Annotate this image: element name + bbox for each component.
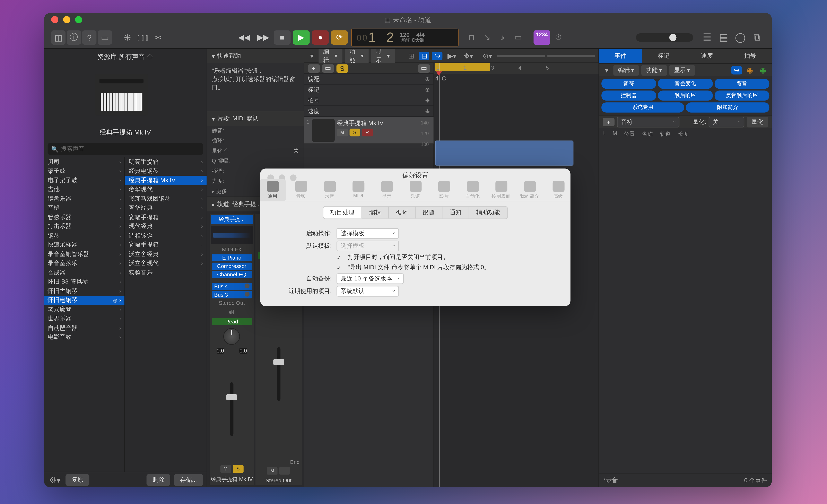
- ruler[interactable]: [434, 63, 598, 74]
- event-filter-chip[interactable]: 触后响应: [658, 91, 713, 101]
- event-filter-chip[interactable]: 控制器: [601, 91, 656, 101]
- list-item[interactable]: 沃立舍现代›: [125, 259, 206, 268]
- event-tab[interactable]: 事件: [599, 49, 642, 63]
- search-input[interactable]: 🔍搜索声音: [48, 143, 203, 155]
- pref-tab-icon[interactable]: 乐谱: [402, 179, 429, 201]
- pref-tab-icon[interactable]: 通用: [260, 179, 286, 201]
- play-button[interactable]: ▶: [293, 30, 309, 44]
- library-toggle-icon[interactable]: ◫: [51, 30, 65, 44]
- list-editors-icon[interactable]: ☰: [699, 31, 715, 43]
- list-item[interactable]: 调相铃铛›: [125, 231, 206, 240]
- notepad-icon[interactable]: ▤: [716, 31, 731, 43]
- pref-tab-icon[interactable]: 影片: [431, 179, 457, 201]
- zoom-h-slider[interactable]: [497, 54, 544, 57]
- inspector-row[interactable]: Q-摆幅:: [207, 156, 303, 166]
- ev-kind-select[interactable]: 音符: [617, 116, 679, 127]
- gear-icon[interactable]: ⚙▾: [48, 472, 62, 487]
- event-filter-chip[interactable]: 复音触后响应: [715, 91, 769, 101]
- midi-region[interactable]: [435, 141, 573, 166]
- region-header[interactable]: ▾ 片段: MIDI 默认: [207, 111, 303, 126]
- quick-help-header[interactable]: ▾ 快速帮助: [207, 49, 303, 63]
- track-header-1[interactable]: 1 经典手提箱 Mk IV MSR: [304, 117, 433, 144]
- list-item[interactable]: 架子鼓›: [44, 166, 125, 175]
- ev-link-icon[interactable]: ▾: [602, 66, 611, 74]
- list-item[interactable]: 怀旧 B3 管风琴›: [44, 277, 125, 286]
- list-item[interactable]: 打击乐器›: [44, 222, 125, 231]
- library-column-1[interactable]: 贝司›架子鼓›电子架子鼓›吉他›键盘乐器›音槌›管弦乐器›打击乐器›钢琴›快速采…: [44, 157, 125, 472]
- pref-subtab[interactable]: 编辑: [362, 207, 389, 218]
- list-item[interactable]: 宽幅手提箱›: [125, 240, 206, 250]
- checkbox-midi-format[interactable]: [337, 264, 343, 271]
- rewind-button[interactable]: ◀◀: [236, 30, 252, 44]
- global-track-row[interactable]: 标记⊕: [304, 85, 433, 95]
- event-tab[interactable]: 速度: [685, 49, 729, 63]
- ev-edit-menu[interactable]: 编辑 ▾: [613, 65, 639, 75]
- list-item[interactable]: 电子架子鼓›: [44, 175, 125, 185]
- pref-tab-icon[interactable]: 控制表面: [488, 179, 514, 201]
- ev-quant-select[interactable]: 关: [709, 116, 744, 127]
- zoom-icon[interactable]: [75, 16, 82, 23]
- global-track-row[interactable]: 速度⊕: [304, 106, 433, 117]
- catch-playhead-icon[interactable]: ↪: [432, 52, 443, 60]
- inspector-row[interactable]: 量化 ◇关: [207, 146, 303, 156]
- pref-subtab[interactable]: 跟随: [416, 207, 442, 218]
- backup-select[interactable]: 最近 10 个备选版本: [337, 273, 404, 284]
- list-item[interactable]: 世界乐器›: [44, 314, 125, 323]
- zoom-v-slider[interactable]: [547, 54, 595, 57]
- link-icon[interactable]: ⊟: [419, 52, 430, 60]
- list-item[interactable]: 快速采样器›: [44, 240, 125, 250]
- replace-icon[interactable]: ⊓: [465, 30, 479, 44]
- pref-subtab[interactable]: 项目处理: [324, 207, 362, 218]
- list-item[interactable]: 自动琶音器›: [44, 323, 125, 333]
- inspector-toggle-icon[interactable]: ⓘ: [67, 30, 81, 44]
- functions-menu[interactable]: 功能 ▾: [344, 49, 368, 65]
- stop-button[interactable]: ■: [274, 30, 290, 44]
- solo-header-button[interactable]: S: [336, 64, 348, 72]
- list-item[interactable]: 奢华现代›: [125, 185, 206, 194]
- inspector-row[interactable]: 循环:: [207, 136, 303, 146]
- global-track-row[interactable]: 编配⊕: [304, 74, 433, 85]
- pref-tab-icon[interactable]: 录音: [317, 179, 343, 201]
- ev-out-icon[interactable]: ◉: [758, 66, 768, 74]
- revert-button[interactable]: 复原: [65, 474, 89, 486]
- ev-filter-icon[interactable]: ↪: [731, 66, 742, 74]
- channel-strip[interactable]: 经典手提...MIDI FXE-PianoCompressorChannel E…: [209, 214, 254, 485]
- list-item[interactable]: 沃立舍经典›: [125, 250, 206, 259]
- list-item[interactable]: 键盘乐器›: [44, 194, 125, 203]
- list-item[interactable]: 经典手提箱 Mk IV›: [125, 175, 206, 185]
- volume-fader[interactable]: [230, 382, 233, 436]
- pan-knob[interactable]: [223, 328, 240, 345]
- list-item[interactable]: 音槌›: [44, 203, 125, 212]
- solo-icon[interactable]: ▭: [511, 30, 525, 44]
- list-item[interactable]: 电影音效›: [44, 333, 125, 342]
- loops-browser-icon[interactable]: ◯: [732, 31, 748, 43]
- event-filter-chip[interactable]: 音符: [601, 79, 656, 89]
- close-icon[interactable]: [51, 16, 58, 23]
- ev-add-button[interactable]: +: [602, 118, 614, 126]
- ev-view-menu[interactable]: 显示 ▾: [669, 65, 695, 75]
- inspector-row[interactable]: 静音:: [207, 126, 303, 136]
- list-item[interactable]: 实验音乐›: [125, 268, 206, 277]
- pref-tab-icon[interactable]: 音频: [288, 179, 314, 201]
- add-track-button[interactable]: +: [308, 64, 320, 72]
- browser-icon[interactable]: ⧉: [749, 31, 765, 43]
- library-column-2[interactable]: 明亮手提箱›经典电钢琴›经典手提箱 Mk IV›奢华现代›飞翔马戏团钢琴›奢华经…: [125, 157, 206, 472]
- pointer-tool-icon[interactable]: ▶▾: [445, 52, 459, 60]
- list-item[interactable]: 录音室铜管乐器›: [44, 250, 125, 259]
- marquee-tool-icon[interactable]: ✥▾: [461, 52, 476, 60]
- event-filter-chip[interactable]: 音色变化: [658, 79, 713, 89]
- pref-tab-icon[interactable]: 自动化: [459, 179, 486, 201]
- list-item[interactable]: 管弦乐器›: [44, 213, 125, 222]
- event-filter-chip[interactable]: 系统专用: [601, 102, 684, 112]
- cycle-button[interactable]: ⟳: [331, 30, 348, 44]
- list-item[interactable]: 宽幅手提箱›: [125, 213, 206, 222]
- forward-button[interactable]: ▶▶: [255, 30, 272, 44]
- list-item[interactable]: 合成器›: [44, 268, 125, 277]
- checkbox-close-project[interactable]: [337, 254, 343, 261]
- list-item[interactable]: 录音室弦乐›: [44, 259, 125, 268]
- pref-tab-icon[interactable]: MIDI: [345, 179, 371, 201]
- list-item[interactable]: 钢琴›: [44, 231, 125, 240]
- save-button[interactable]: 存储...: [174, 474, 203, 486]
- count-in-badge[interactable]: 1234: [533, 30, 550, 44]
- pref-subtab[interactable]: 通知: [442, 207, 469, 218]
